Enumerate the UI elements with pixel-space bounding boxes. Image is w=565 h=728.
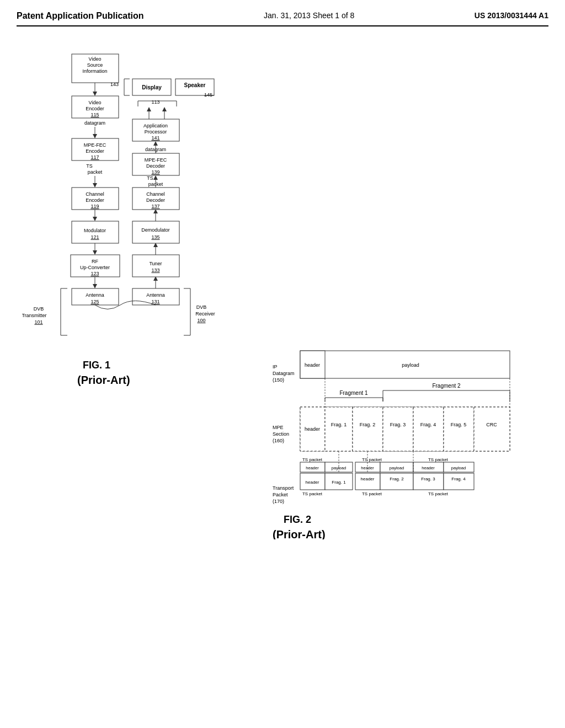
- svg-text:Frag. 2: Frag. 2: [390, 477, 404, 481]
- svg-text:125: 125: [90, 299, 99, 304]
- svg-text:Up-Converter: Up-Converter: [80, 265, 110, 270]
- svg-text:Frag. 4: Frag. 4: [451, 477, 466, 481]
- fig2-svg: IP Datagram (150) header payload MPE Sec…: [267, 43, 532, 539]
- svg-text:(150): (150): [273, 377, 284, 383]
- svg-text:TS: TS: [86, 163, 93, 169]
- svg-text:Section: Section: [273, 431, 289, 437]
- svg-rect-155: [413, 473, 444, 490]
- diagrams-container: Video Source Information Video Encoder 1…: [17, 43, 548, 539]
- svg-text:Decoder: Decoder: [146, 163, 165, 169]
- page: Patent Application Publication Jan. 31, …: [0, 0, 565, 728]
- svg-text:IP: IP: [273, 364, 278, 370]
- svg-text:MPE: MPE: [273, 425, 284, 430]
- svg-rect-128: [444, 407, 474, 451]
- svg-marker-12: [93, 134, 97, 138]
- svg-text:Frag. 1: Frag. 1: [331, 422, 347, 427]
- svg-text:Antenna: Antenna: [86, 292, 104, 298]
- svg-text:131: 131: [151, 299, 159, 304]
- svg-text:FIG. 2: FIG. 2: [284, 514, 311, 525]
- svg-text:(170): (170): [273, 499, 284, 504]
- svg-text:Antenna: Antenna: [146, 292, 165, 298]
- svg-text:121: 121: [90, 234, 99, 240]
- svg-rect-145: [355, 473, 380, 490]
- svg-text:header: header: [305, 362, 320, 368]
- svg-text:MPE-FEC: MPE-FEC: [84, 142, 106, 148]
- svg-text:header: header: [306, 465, 319, 470]
- svg-text:Frag. 4: Frag. 4: [420, 422, 436, 427]
- svg-text:(160): (160): [273, 438, 284, 443]
- svg-text:CRC: CRC: [486, 422, 497, 427]
- svg-text:payload: payload: [402, 362, 419, 368]
- svg-rect-147: [380, 473, 413, 490]
- svg-marker-26: [93, 217, 97, 221]
- svg-rect-124: [383, 407, 413, 451]
- svg-text:Fragment 1: Fragment 1: [339, 390, 368, 396]
- header-patent-num: US 2013/0031444 A1: [475, 11, 548, 20]
- svg-text:Speaker: Speaker: [184, 82, 206, 88]
- svg-marker-31: [93, 250, 97, 255]
- svg-marker-76: [153, 141, 158, 146]
- svg-rect-126: [413, 407, 444, 451]
- svg-text:Frag. 3: Frag. 3: [421, 477, 435, 481]
- svg-text:Frag. 5: Frag. 5: [451, 422, 467, 427]
- svg-text:TS packet: TS packet: [302, 491, 323, 496]
- svg-text:RF: RF: [92, 259, 98, 264]
- svg-text:Channel: Channel: [86, 191, 104, 197]
- svg-text:133: 133: [151, 267, 159, 273]
- svg-rect-130: [474, 407, 510, 451]
- svg-text:143: 143: [110, 82, 119, 87]
- svg-text:TS: TS: [147, 175, 153, 181]
- svg-text:Encoder: Encoder: [86, 106, 104, 111]
- svg-text:DVB: DVB: [196, 304, 207, 310]
- svg-marker-20: [93, 183, 97, 188]
- svg-text:Frag. 2: Frag. 2: [360, 422, 376, 427]
- svg-rect-122: [353, 407, 383, 451]
- svg-rect-157: [444, 473, 474, 490]
- svg-text:117: 117: [90, 154, 99, 160]
- svg-rect-120: [325, 407, 353, 451]
- svg-text:Application: Application: [143, 123, 168, 129]
- svg-text:header: header: [422, 465, 435, 470]
- svg-text:Transmitter: Transmitter: [22, 313, 47, 318]
- svg-text:Encoder: Encoder: [86, 197, 104, 203]
- svg-text:101: 101: [34, 319, 42, 325]
- fig2-container: IP Datagram (150) header payload MPE Sec…: [267, 43, 543, 539]
- svg-text:Decoder: Decoder: [146, 197, 165, 203]
- svg-text:TS packet: TS packet: [302, 457, 323, 462]
- header-date-sheet: Jan. 31, 2013 Sheet 1 of 8: [264, 11, 354, 20]
- svg-text:(Prior-Art): (Prior-Art): [77, 374, 130, 386]
- svg-marker-84: [162, 107, 167, 111]
- svg-text:139: 139: [151, 169, 159, 175]
- svg-text:Tuner: Tuner: [149, 261, 162, 266]
- svg-text:Channel: Channel: [146, 191, 165, 197]
- svg-text:Packet: Packet: [273, 492, 288, 497]
- svg-text:DVB: DVB: [34, 306, 44, 312]
- svg-text:Modulator: Modulator: [84, 228, 106, 233]
- svg-text:Video: Video: [89, 56, 102, 62]
- svg-text:145: 145: [204, 92, 212, 98]
- svg-text:header: header: [306, 480, 319, 485]
- svg-text:header: header: [361, 477, 375, 481]
- svg-text:Receiver: Receiver: [195, 311, 215, 317]
- svg-marker-82: [147, 107, 151, 111]
- svg-text:header: header: [305, 426, 320, 432]
- svg-text:Transport: Transport: [273, 485, 294, 491]
- svg-marker-69: [153, 175, 158, 180]
- svg-text:Fragment 2: Fragment 2: [432, 383, 461, 389]
- svg-text:datagram: datagram: [84, 120, 105, 126]
- svg-text:Display: Display: [142, 84, 162, 90]
- svg-text:MPE-FEC: MPE-FEC: [145, 157, 167, 163]
- svg-text:packet: packet: [88, 169, 103, 175]
- fig1-svg: Video Source Information Video Encoder 1…: [22, 43, 221, 539]
- svg-text:Video: Video: [89, 100, 102, 105]
- svg-text:119: 119: [90, 204, 99, 209]
- svg-text:100: 100: [197, 318, 205, 323]
- svg-text:TS packet: TS packet: [362, 491, 382, 496]
- svg-text:Frag. 1: Frag. 1: [332, 480, 346, 485]
- fig1-container: Video Source Information Video Encoder 1…: [22, 43, 221, 539]
- svg-marker-37: [93, 284, 97, 288]
- svg-text:Source: Source: [87, 62, 103, 68]
- svg-text:Datagram: Datagram: [273, 371, 295, 376]
- svg-text:payload: payload: [390, 465, 404, 470]
- svg-text:TS packet: TS packet: [428, 491, 449, 496]
